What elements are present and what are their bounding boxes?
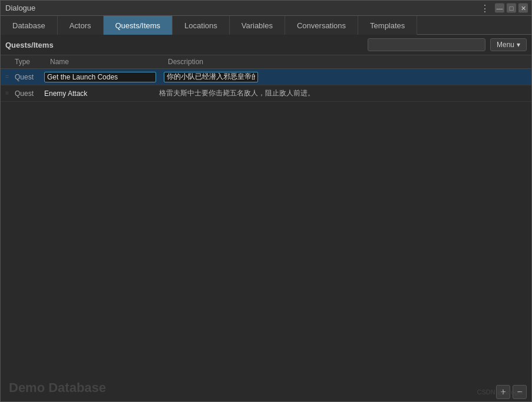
main-window: Dialogue ⋮ — □ ✕ Database Actors Quests/… [0, 0, 532, 402]
tab-quests[interactable]: Quests/Items [104, 16, 173, 35]
drag-handle: = [5, 74, 12, 80]
remove-button[interactable]: − [513, 385, 527, 399]
col-header-name: Name [50, 58, 168, 66]
tab-variables[interactable]: Variables [230, 16, 285, 35]
table-body: = Quest = Quest Enemy Attack 格雷夫斯中士要你击毙五… [1, 69, 531, 383]
tab-conversations[interactable]: Conversations [285, 16, 358, 35]
toolbar: Quests/Items 🔍 Menu ▾ [1, 35, 531, 55]
col-header-type: Type [15, 58, 50, 66]
cell-name: Enemy Attack [44, 89, 159, 98]
close-button[interactable]: ✕ [518, 4, 528, 13]
tab-actors[interactable]: Actors [58, 16, 104, 35]
cell-type: Quest [15, 89, 44, 98]
menu-button[interactable]: Menu ▾ [490, 38, 527, 51]
window-title: Dialogue [5, 4, 35, 12]
content-area: Quests/Items 🔍 Menu ▾ Type Name Descript… [1, 35, 531, 401]
search-wrapper: 🔍 [368, 38, 485, 51]
drag-handle: = [5, 90, 12, 97]
table-row[interactable]: = Quest [1, 69, 531, 85]
cell-description [164, 72, 527, 82]
minimize-button[interactable]: — [495, 4, 504, 13]
table-row[interactable]: = Quest Enemy Attack 格雷夫斯中士要你击毙五名敌人，阻止敌人… [1, 85, 531, 102]
tab-templates[interactable]: Templates [358, 16, 417, 35]
title-bar: Dialogue ⋮ — □ ✕ [1, 1, 531, 16]
section-title: Quests/Items [5, 41, 54, 49]
add-button[interactable]: + [496, 385, 510, 399]
description-input[interactable] [164, 72, 258, 82]
tab-bar: Database Actors Quests/Items Locations V… [1, 16, 531, 35]
tab-locations[interactable]: Locations [173, 16, 230, 35]
options-button[interactable]: ⋮ [480, 2, 490, 14]
action-bar: + − [1, 383, 531, 401]
maximize-button[interactable]: □ [507, 4, 516, 13]
cell-type: Quest [15, 73, 44, 81]
col-header-description: Description [168, 58, 527, 66]
search-input[interactable] [368, 38, 485, 51]
table-header: Type Name Description [1, 55, 531, 69]
tab-database[interactable]: Database [1, 16, 58, 35]
window-controls: ⋮ — □ ✕ [480, 2, 528, 14]
cell-description: 格雷夫斯中士要你击毙五名敌人，阻止敌人前进。 [159, 88, 527, 98]
name-input[interactable] [44, 72, 156, 82]
cell-name [44, 72, 159, 82]
